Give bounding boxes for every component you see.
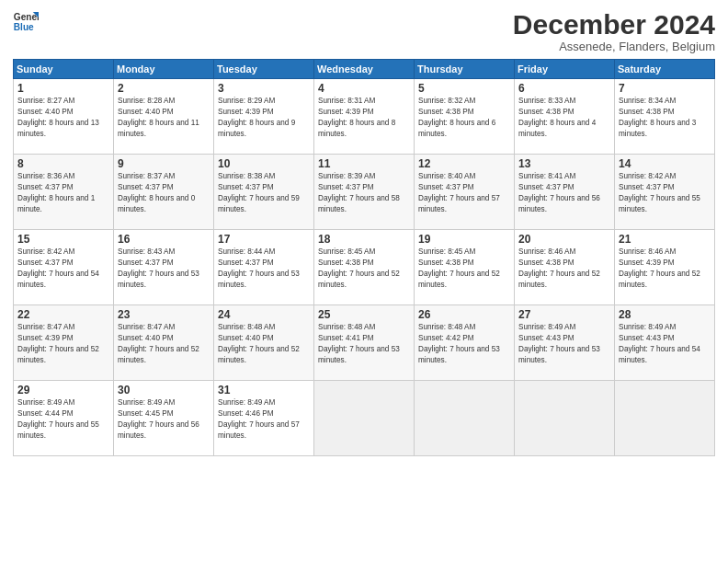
day-cell: 11Sunrise: 8:39 AMSunset: 4:37 PMDayligh… [314,155,415,230]
day-cell: 28Sunrise: 8:49 AMSunset: 4:43 PMDayligh… [615,305,715,381]
day-info: Sunrise: 8:36 AMSunset: 4:37 PMDaylight:… [17,172,95,213]
day-info: Sunrise: 8:46 AMSunset: 4:39 PMDaylight:… [619,247,700,289]
day-info: Sunrise: 8:49 AMSunset: 4:43 PMDaylight:… [619,323,700,364]
day-cell: 23Sunrise: 8:47 AMSunset: 4:40 PMDayligh… [114,305,214,381]
day-info: Sunrise: 8:49 AMSunset: 4:45 PMDaylight:… [118,398,199,440]
day-cell: 25Sunrise: 8:48 AMSunset: 4:41 PMDayligh… [314,305,415,381]
day-number: 18 [318,233,411,246]
day-info: Sunrise: 8:41 AMSunset: 4:37 PMDaylight:… [518,172,600,213]
empty-cell [314,381,415,456]
day-number: 23 [118,308,210,321]
day-number: 22 [17,308,110,321]
day-cell: 24Sunrise: 8:48 AMSunset: 4:40 PMDayligh… [214,305,314,381]
day-cell: 5Sunrise: 8:32 AMSunset: 4:38 PMDaylight… [415,79,515,155]
calendar-week-row: 15Sunrise: 8:42 AMSunset: 4:37 PMDayligh… [14,230,715,305]
day-cell: 8Sunrise: 8:36 AMSunset: 4:37 PMDaylight… [14,155,114,230]
day-cell: 7Sunrise: 8:34 AMSunset: 4:38 PMDaylight… [615,79,715,155]
day-number: 4 [318,82,411,95]
calendar-week-row: 8Sunrise: 8:36 AMSunset: 4:37 PMDaylight… [14,155,715,230]
day-cell: 13Sunrise: 8:41 AMSunset: 4:37 PMDayligh… [515,155,615,230]
day-number: 29 [17,384,110,396]
day-number: 11 [318,157,411,170]
col-friday: Friday [515,60,615,79]
day-number: 15 [17,233,110,246]
day-number: 13 [518,157,611,170]
day-cell: 31Sunrise: 8:49 AMSunset: 4:46 PMDayligh… [214,381,314,456]
day-info: Sunrise: 8:46 AMSunset: 4:38 PMDaylight:… [518,247,600,289]
day-info: Sunrise: 8:37 AMSunset: 4:37 PMDaylight:… [118,172,195,213]
day-cell: 10Sunrise: 8:38 AMSunset: 4:37 PMDayligh… [214,155,314,230]
day-number: 2 [118,82,210,95]
col-sunday: Sunday [14,60,114,79]
day-number: 17 [218,233,311,246]
day-cell: 20Sunrise: 8:46 AMSunset: 4:38 PMDayligh… [515,230,615,305]
logo-icon: General Blue [13,9,39,35]
day-info: Sunrise: 8:44 AMSunset: 4:37 PMDaylight:… [218,247,300,289]
calendar-page: General Blue December 2024 Assenede, Fla… [0,0,728,563]
day-cell: 2Sunrise: 8:28 AMSunset: 4:40 PMDaylight… [114,79,214,155]
day-number: 6 [518,82,611,95]
day-info: Sunrise: 8:34 AMSunset: 4:38 PMDaylight:… [619,97,696,138]
logo: General Blue [13,9,39,35]
day-info: Sunrise: 8:47 AMSunset: 4:40 PMDaylight:… [118,323,199,364]
empty-cell [515,381,615,456]
calendar-week-row: 1Sunrise: 8:27 AMSunset: 4:40 PMDaylight… [14,79,715,155]
day-number: 9 [118,157,210,170]
day-number: 30 [118,384,210,396]
month-title: December 2024 [513,9,715,40]
day-cell: 29Sunrise: 8:49 AMSunset: 4:44 PMDayligh… [14,381,114,456]
day-cell: 22Sunrise: 8:47 AMSunset: 4:39 PMDayligh… [14,305,114,381]
empty-cell [415,381,515,456]
day-info: Sunrise: 8:45 AMSunset: 4:38 PMDaylight:… [318,247,400,289]
day-info: Sunrise: 8:48 AMSunset: 4:40 PMDaylight:… [218,323,300,364]
day-info: Sunrise: 8:49 AMSunset: 4:46 PMDaylight:… [218,398,300,440]
col-saturday: Saturday [615,60,715,79]
title-block: December 2024 Assenede, Flanders, Belgiu… [513,9,715,53]
day-number: 14 [619,157,711,170]
day-cell: 3Sunrise: 8:29 AMSunset: 4:39 PMDaylight… [214,79,314,155]
calendar-week-row: 22Sunrise: 8:47 AMSunset: 4:39 PMDayligh… [14,305,715,381]
day-number: 27 [518,308,611,321]
day-cell: 1Sunrise: 8:27 AMSunset: 4:40 PMDaylight… [14,79,114,155]
day-cell: 27Sunrise: 8:49 AMSunset: 4:43 PMDayligh… [515,305,615,381]
day-cell: 9Sunrise: 8:37 AMSunset: 4:37 PMDaylight… [114,155,214,230]
day-number: 8 [17,157,110,170]
day-cell: 4Sunrise: 8:31 AMSunset: 4:39 PMDaylight… [314,79,415,155]
day-cell: 18Sunrise: 8:45 AMSunset: 4:38 PMDayligh… [314,230,415,305]
day-info: Sunrise: 8:43 AMSunset: 4:37 PMDaylight:… [118,247,199,289]
day-number: 5 [418,82,511,95]
day-cell: 17Sunrise: 8:44 AMSunset: 4:37 PMDayligh… [214,230,314,305]
day-info: Sunrise: 8:33 AMSunset: 4:38 PMDaylight:… [518,97,596,138]
day-info: Sunrise: 8:45 AMSunset: 4:38 PMDaylight:… [418,247,500,289]
location-subtitle: Assenede, Flanders, Belgium [513,40,715,53]
day-cell: 14Sunrise: 8:42 AMSunset: 4:37 PMDayligh… [615,155,715,230]
day-cell: 21Sunrise: 8:46 AMSunset: 4:39 PMDayligh… [615,230,715,305]
day-number: 1 [17,82,110,95]
day-info: Sunrise: 8:39 AMSunset: 4:37 PMDaylight:… [318,172,400,213]
day-info: Sunrise: 8:49 AMSunset: 4:44 PMDaylight:… [17,398,99,440]
day-info: Sunrise: 8:47 AMSunset: 4:39 PMDaylight:… [17,323,99,364]
day-info: Sunrise: 8:48 AMSunset: 4:42 PMDaylight:… [418,323,500,364]
day-info: Sunrise: 8:32 AMSunset: 4:38 PMDaylight:… [418,97,495,138]
svg-text:Blue: Blue [14,22,34,32]
day-number: 25 [318,308,411,321]
calendar-table: Sunday Monday Tuesday Wednesday Thursday… [13,59,715,456]
day-info: Sunrise: 8:49 AMSunset: 4:43 PMDaylight:… [518,323,600,364]
day-info: Sunrise: 8:38 AMSunset: 4:37 PMDaylight:… [218,172,300,213]
header: General Blue December 2024 Assenede, Fla… [13,9,715,53]
day-cell: 26Sunrise: 8:48 AMSunset: 4:42 PMDayligh… [415,305,515,381]
day-cell: 16Sunrise: 8:43 AMSunset: 4:37 PMDayligh… [114,230,214,305]
day-info: Sunrise: 8:42 AMSunset: 4:37 PMDaylight:… [17,247,99,289]
day-number: 10 [218,157,311,170]
day-number: 24 [218,308,311,321]
day-cell: 19Sunrise: 8:45 AMSunset: 4:38 PMDayligh… [415,230,515,305]
day-number: 20 [518,233,611,246]
day-number: 26 [418,308,511,321]
day-cell: 12Sunrise: 8:40 AMSunset: 4:37 PMDayligh… [415,155,515,230]
day-cell: 6Sunrise: 8:33 AMSunset: 4:38 PMDaylight… [515,79,615,155]
day-number: 31 [218,384,311,396]
day-info: Sunrise: 8:40 AMSunset: 4:37 PMDaylight:… [418,172,500,213]
day-info: Sunrise: 8:28 AMSunset: 4:40 PMDaylight:… [118,97,199,138]
day-info: Sunrise: 8:48 AMSunset: 4:41 PMDaylight:… [318,323,400,364]
day-number: 12 [418,157,511,170]
